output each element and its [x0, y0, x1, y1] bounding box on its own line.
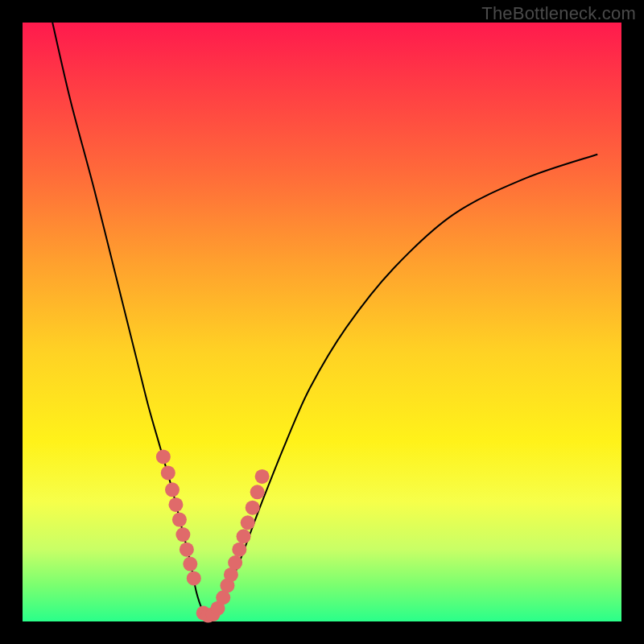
- highlight-dot: [255, 469, 270, 484]
- highlight-dot: [246, 501, 260, 515]
- highlight-dot: [232, 543, 246, 557]
- watermark-text: TheBottleneck.com: [481, 3, 636, 24]
- highlight-dot: [172, 513, 187, 527]
- bottleneck-curve: [52, 23, 597, 616]
- highlight-dot: [250, 485, 265, 499]
- highlight-dot: [228, 555, 242, 570]
- highlight-dot: [175, 527, 190, 542]
- highlight-dot: [183, 557, 197, 572]
- highlight-dot: [156, 449, 171, 464]
- highlight-dot: [168, 497, 183, 512]
- bottleneck-chart: [0, 0, 644, 644]
- chart-frame: TheBottleneck.com: [0, 0, 644, 644]
- highlight-dot: [237, 529, 251, 543]
- highlight-dot: [241, 515, 255, 530]
- highlight-dots: [156, 449, 270, 622]
- highlight-dot: [161, 465, 175, 480]
- highlight-dot: [187, 571, 201, 585]
- highlight-dot: [165, 482, 180, 497]
- highlight-dot: [180, 543, 194, 557]
